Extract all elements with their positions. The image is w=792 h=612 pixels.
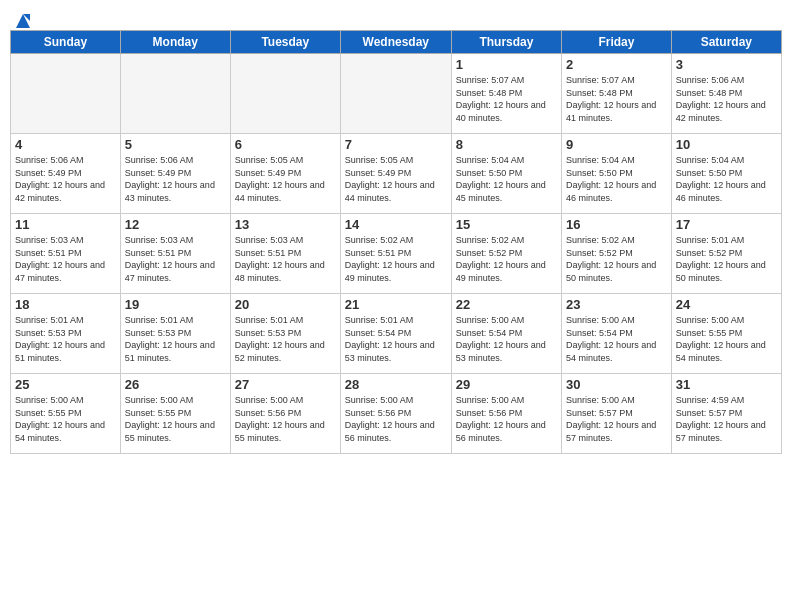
page: Sunday Monday Tuesday Wednesday Thursday…	[0, 0, 792, 612]
day-number: 25	[15, 377, 116, 392]
day-info: Sunrise: 4:59 AMSunset: 5:57 PMDaylight:…	[676, 394, 777, 444]
day-info: Sunrise: 5:01 AMSunset: 5:52 PMDaylight:…	[676, 234, 777, 284]
header-sunday: Sunday	[11, 31, 121, 54]
day-cell: 12Sunrise: 5:03 AMSunset: 5:51 PMDayligh…	[120, 214, 230, 294]
day-cell: 21Sunrise: 5:01 AMSunset: 5:54 PMDayligh…	[340, 294, 451, 374]
day-cell	[120, 54, 230, 134]
day-info: Sunrise: 5:06 AMSunset: 5:49 PMDaylight:…	[15, 154, 116, 204]
day-info: Sunrise: 5:07 AMSunset: 5:48 PMDaylight:…	[566, 74, 667, 124]
day-info: Sunrise: 5:03 AMSunset: 5:51 PMDaylight:…	[235, 234, 336, 284]
day-number: 30	[566, 377, 667, 392]
week-row-5: 25Sunrise: 5:00 AMSunset: 5:55 PMDayligh…	[11, 374, 782, 454]
day-info: Sunrise: 5:00 AMSunset: 5:56 PMDaylight:…	[345, 394, 447, 444]
day-cell	[230, 54, 340, 134]
day-cell: 15Sunrise: 5:02 AMSunset: 5:52 PMDayligh…	[451, 214, 561, 294]
day-number: 8	[456, 137, 557, 152]
day-number: 26	[125, 377, 226, 392]
day-info: Sunrise: 5:01 AMSunset: 5:54 PMDaylight:…	[345, 314, 447, 364]
day-info: Sunrise: 5:03 AMSunset: 5:51 PMDaylight:…	[15, 234, 116, 284]
day-cell: 22Sunrise: 5:00 AMSunset: 5:54 PMDayligh…	[451, 294, 561, 374]
day-cell: 28Sunrise: 5:00 AMSunset: 5:56 PMDayligh…	[340, 374, 451, 454]
day-cell: 25Sunrise: 5:00 AMSunset: 5:55 PMDayligh…	[11, 374, 121, 454]
day-info: Sunrise: 5:03 AMSunset: 5:51 PMDaylight:…	[125, 234, 226, 284]
day-cell: 23Sunrise: 5:00 AMSunset: 5:54 PMDayligh…	[562, 294, 672, 374]
day-number: 3	[676, 57, 777, 72]
day-info: Sunrise: 5:06 AMSunset: 5:49 PMDaylight:…	[125, 154, 226, 204]
day-number: 22	[456, 297, 557, 312]
day-cell: 5Sunrise: 5:06 AMSunset: 5:49 PMDaylight…	[120, 134, 230, 214]
day-info: Sunrise: 5:07 AMSunset: 5:48 PMDaylight:…	[456, 74, 557, 124]
week-row-1: 1Sunrise: 5:07 AMSunset: 5:48 PMDaylight…	[11, 54, 782, 134]
day-info: Sunrise: 5:01 AMSunset: 5:53 PMDaylight:…	[15, 314, 116, 364]
day-number: 1	[456, 57, 557, 72]
day-number: 31	[676, 377, 777, 392]
logo-icon	[12, 10, 34, 32]
day-number: 7	[345, 137, 447, 152]
header-friday: Friday	[562, 31, 672, 54]
week-row-4: 18Sunrise: 5:01 AMSunset: 5:53 PMDayligh…	[11, 294, 782, 374]
day-info: Sunrise: 5:00 AMSunset: 5:55 PMDaylight:…	[15, 394, 116, 444]
logo	[10, 10, 34, 22]
day-number: 28	[345, 377, 447, 392]
header-saturday: Saturday	[671, 31, 781, 54]
calendar-table: Sunday Monday Tuesday Wednesday Thursday…	[10, 30, 782, 454]
day-cell: 24Sunrise: 5:00 AMSunset: 5:55 PMDayligh…	[671, 294, 781, 374]
day-cell: 13Sunrise: 5:03 AMSunset: 5:51 PMDayligh…	[230, 214, 340, 294]
day-cell: 19Sunrise: 5:01 AMSunset: 5:53 PMDayligh…	[120, 294, 230, 374]
day-info: Sunrise: 5:00 AMSunset: 5:55 PMDaylight:…	[676, 314, 777, 364]
day-info: Sunrise: 5:01 AMSunset: 5:53 PMDaylight:…	[125, 314, 226, 364]
day-cell: 6Sunrise: 5:05 AMSunset: 5:49 PMDaylight…	[230, 134, 340, 214]
day-cell: 18Sunrise: 5:01 AMSunset: 5:53 PMDayligh…	[11, 294, 121, 374]
day-number: 18	[15, 297, 116, 312]
day-cell: 14Sunrise: 5:02 AMSunset: 5:51 PMDayligh…	[340, 214, 451, 294]
day-number: 27	[235, 377, 336, 392]
day-number: 10	[676, 137, 777, 152]
day-number: 5	[125, 137, 226, 152]
day-info: Sunrise: 5:00 AMSunset: 5:56 PMDaylight:…	[235, 394, 336, 444]
day-number: 12	[125, 217, 226, 232]
day-info: Sunrise: 5:00 AMSunset: 5:57 PMDaylight:…	[566, 394, 667, 444]
day-info: Sunrise: 5:02 AMSunset: 5:51 PMDaylight:…	[345, 234, 447, 284]
day-number: 21	[345, 297, 447, 312]
day-number: 2	[566, 57, 667, 72]
day-number: 15	[456, 217, 557, 232]
day-number: 29	[456, 377, 557, 392]
day-number: 6	[235, 137, 336, 152]
day-cell	[340, 54, 451, 134]
day-number: 9	[566, 137, 667, 152]
header-monday: Monday	[120, 31, 230, 54]
day-cell: 17Sunrise: 5:01 AMSunset: 5:52 PMDayligh…	[671, 214, 781, 294]
day-cell: 11Sunrise: 5:03 AMSunset: 5:51 PMDayligh…	[11, 214, 121, 294]
day-cell: 4Sunrise: 5:06 AMSunset: 5:49 PMDaylight…	[11, 134, 121, 214]
day-cell: 26Sunrise: 5:00 AMSunset: 5:55 PMDayligh…	[120, 374, 230, 454]
day-info: Sunrise: 5:04 AMSunset: 5:50 PMDaylight:…	[456, 154, 557, 204]
day-number: 20	[235, 297, 336, 312]
day-info: Sunrise: 5:00 AMSunset: 5:54 PMDaylight:…	[456, 314, 557, 364]
day-info: Sunrise: 5:00 AMSunset: 5:54 PMDaylight:…	[566, 314, 667, 364]
day-info: Sunrise: 5:02 AMSunset: 5:52 PMDaylight:…	[566, 234, 667, 284]
day-info: Sunrise: 5:04 AMSunset: 5:50 PMDaylight:…	[676, 154, 777, 204]
day-cell: 29Sunrise: 5:00 AMSunset: 5:56 PMDayligh…	[451, 374, 561, 454]
day-info: Sunrise: 5:05 AMSunset: 5:49 PMDaylight:…	[235, 154, 336, 204]
day-number: 24	[676, 297, 777, 312]
day-cell: 27Sunrise: 5:00 AMSunset: 5:56 PMDayligh…	[230, 374, 340, 454]
header-wednesday: Wednesday	[340, 31, 451, 54]
day-info: Sunrise: 5:00 AMSunset: 5:55 PMDaylight:…	[125, 394, 226, 444]
week-row-2: 4Sunrise: 5:06 AMSunset: 5:49 PMDaylight…	[11, 134, 782, 214]
day-info: Sunrise: 5:06 AMSunset: 5:48 PMDaylight:…	[676, 74, 777, 124]
day-info: Sunrise: 5:01 AMSunset: 5:53 PMDaylight:…	[235, 314, 336, 364]
day-info: Sunrise: 5:00 AMSunset: 5:56 PMDaylight:…	[456, 394, 557, 444]
day-info: Sunrise: 5:05 AMSunset: 5:49 PMDaylight:…	[345, 154, 447, 204]
day-cell: 31Sunrise: 4:59 AMSunset: 5:57 PMDayligh…	[671, 374, 781, 454]
header-thursday: Thursday	[451, 31, 561, 54]
day-number: 13	[235, 217, 336, 232]
day-cell: 1Sunrise: 5:07 AMSunset: 5:48 PMDaylight…	[451, 54, 561, 134]
day-info: Sunrise: 5:02 AMSunset: 5:52 PMDaylight:…	[456, 234, 557, 284]
day-number: 4	[15, 137, 116, 152]
day-cell: 16Sunrise: 5:02 AMSunset: 5:52 PMDayligh…	[562, 214, 672, 294]
day-cell: 7Sunrise: 5:05 AMSunset: 5:49 PMDaylight…	[340, 134, 451, 214]
day-cell: 9Sunrise: 5:04 AMSunset: 5:50 PMDaylight…	[562, 134, 672, 214]
day-number: 17	[676, 217, 777, 232]
day-number: 19	[125, 297, 226, 312]
day-info: Sunrise: 5:04 AMSunset: 5:50 PMDaylight:…	[566, 154, 667, 204]
